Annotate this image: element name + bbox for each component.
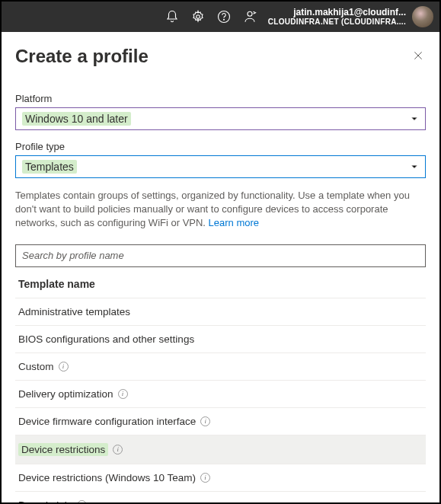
template-list: Administrative templatesBIOS configurati… bbox=[15, 298, 426, 504]
info-icon[interactable]: i bbox=[59, 362, 69, 372]
templates-description: Templates contain groups of settings, or… bbox=[15, 189, 426, 231]
profile-type-field: Profile type Templates bbox=[15, 141, 426, 178]
chevron-down-icon bbox=[410, 114, 419, 123]
info-icon[interactable]: i bbox=[200, 416, 210, 426]
user-org: CLOUDINFRA.NET (CLOUDINFRA.... bbox=[268, 18, 406, 26]
svg-point-3 bbox=[248, 11, 252, 16]
list-item[interactable]: Device restrictionsi bbox=[15, 435, 426, 464]
notifications-icon[interactable] bbox=[165, 9, 180, 24]
platform-value: Windows 10 and later bbox=[22, 112, 131, 126]
list-item[interactable]: BIOS configurations and other settings bbox=[15, 325, 426, 352]
list-item[interactable]: Administrative templates bbox=[15, 298, 426, 325]
feedback-icon[interactable] bbox=[242, 9, 257, 24]
svg-point-0 bbox=[197, 15, 200, 19]
info-icon[interactable]: i bbox=[200, 473, 210, 483]
list-item[interactable]: Domain joini bbox=[15, 491, 426, 504]
list-item[interactable]: Delivery optimizationi bbox=[15, 380, 426, 407]
template-label: Domain join bbox=[18, 499, 72, 504]
learn-more-link[interactable]: Learn more bbox=[209, 217, 259, 228]
list-item[interactable]: Customi bbox=[15, 352, 426, 380]
template-name-header: Template name bbox=[15, 270, 426, 298]
help-icon[interactable] bbox=[216, 9, 232, 24]
list-item[interactable]: Device restrictions (Windows 10 Team)i bbox=[15, 464, 426, 491]
profile-type-select[interactable]: Templates bbox=[15, 155, 426, 178]
user-email: jatin.makhija1@cloudinf... bbox=[268, 8, 406, 18]
template-label: Delivery optimization bbox=[18, 388, 113, 400]
template-label: BIOS configurations and other settings bbox=[18, 333, 194, 345]
user-menu[interactable]: jatin.makhija1@cloudinf... CLOUDINFRA.NE… bbox=[268, 6, 433, 27]
chevron-down-icon bbox=[410, 162, 419, 171]
close-icon[interactable] bbox=[412, 49, 426, 63]
settings-icon[interactable] bbox=[190, 9, 206, 24]
platform-select[interactable]: Windows 10 and later bbox=[15, 107, 426, 130]
template-label: Custom bbox=[18, 361, 54, 372]
avatar[interactable] bbox=[412, 6, 433, 27]
svg-point-2 bbox=[223, 19, 224, 20]
profile-type-value: Templates bbox=[22, 160, 77, 174]
search-input[interactable] bbox=[15, 244, 426, 267]
top-bar: jatin.makhija1@cloudinf... CLOUDINFRA.NE… bbox=[2, 2, 439, 32]
info-icon[interactable]: i bbox=[118, 389, 128, 399]
profile-type-label: Profile type bbox=[15, 141, 426, 152]
template-label: Device restrictions (Windows 10 Team) bbox=[18, 472, 196, 483]
list-item[interactable]: Device firmware configuration interfacei bbox=[15, 407, 426, 435]
template-label: Device firmware configuration interface bbox=[18, 416, 196, 427]
info-icon[interactable]: i bbox=[77, 500, 87, 504]
template-label: Administrative templates bbox=[18, 306, 130, 317]
create-profile-panel: Create a profile Platform Windows 10 and… bbox=[2, 32, 439, 504]
page-title: Create a profile bbox=[15, 46, 149, 67]
platform-label: Platform bbox=[15, 93, 426, 104]
info-icon[interactable]: i bbox=[113, 445, 123, 455]
template-label: Device restrictions bbox=[18, 443, 108, 456]
platform-field: Platform Windows 10 and later bbox=[15, 93, 426, 130]
